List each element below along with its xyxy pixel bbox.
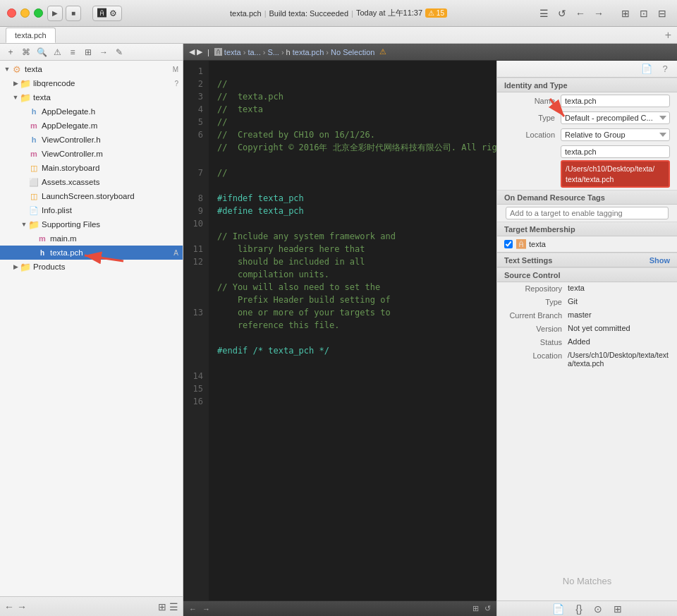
insp-file-btn[interactable]: 📄 (552, 603, 564, 615)
editor-grid-btn[interactable]: ⊞ (472, 604, 479, 613)
folder-icon: 📁 (20, 261, 31, 272)
breadcrumb-item-1[interactable]: ◀ (189, 47, 195, 56)
tabbar: texta.pch + (0, 27, 677, 44)
folder-icon: 📁 (20, 78, 31, 89)
breadcrumb-item-2[interactable]: ▶ (197, 47, 202, 56)
on-demand-tags[interactable] (506, 207, 669, 219)
location-select[interactable]: Relative to Group (561, 128, 670, 141)
source-control-section: Source Control Repository texta Type Git… (497, 267, 677, 369)
sidebar-search-btn[interactable]: 🔍 (35, 46, 48, 59)
sidebar-grid2-btn[interactable]: ⊞ (158, 601, 166, 612)
tree-item-libqrencode[interactable]: 📁 libqrencode ? (0, 76, 183, 90)
name-field[interactable] (561, 95, 670, 107)
sidebar-add-btn[interactable]: + (4, 46, 17, 59)
editor-nav3-btn[interactable]: ↺ (484, 604, 491, 613)
sidebar-filter-btn[interactable]: ⌘ (20, 46, 32, 59)
sidebar-nav-btn[interactable]: ≡ (66, 46, 79, 59)
tree-item-appdelegate-m[interactable]: m AppDelegate.m (0, 119, 183, 133)
fullscreen-button[interactable] (34, 8, 43, 18)
text-settings-title: Text Settings Show (497, 253, 677, 267)
minimize-button[interactable] (20, 8, 30, 18)
tree-item-info-plist[interactable]: 📄 Info.plist (0, 203, 183, 217)
sidebar-edit-btn[interactable]: ✎ (113, 46, 126, 59)
sc-branch-row: Current Branch master (497, 309, 677, 322)
name-label: Name (504, 97, 561, 105)
nav-arrow2-btn[interactable]: → (591, 6, 606, 21)
editor-nav-btn[interactable]: ← (189, 605, 197, 613)
source-control-title: Source Control (497, 267, 677, 282)
tree-item-viewcontroller-h[interactable]: h ViewController.h (0, 133, 183, 147)
layout-btn1[interactable]: ⊞ (618, 6, 633, 21)
sidebar-grid-btn[interactable]: ⊞ (82, 46, 94, 59)
titlebar: 🅰 ⚙ texta.pch | Build texta: Succeeded |… (0, 0, 677, 27)
sidebar-fwd-btn[interactable]: → (17, 601, 27, 612)
breadcrumb-filename[interactable]: texta.pch (293, 48, 324, 56)
sc-version-label: Version (504, 324, 568, 333)
tree-arrow (3, 65, 11, 73)
breadcrumb-no-selection[interactable]: No Selection (331, 48, 374, 56)
sc-branch-value: master (568, 310, 670, 319)
tree-item-texta-pch[interactable]: h texta.pch A (0, 246, 183, 260)
tree-label: Supporting Files (42, 220, 100, 229)
sc-status-label: Status (504, 337, 568, 346)
insp-at-btn[interactable]: ⊙ (594, 603, 602, 615)
nav-fwd-btn[interactable]: ↺ (554, 6, 570, 21)
breadcrumb-ta[interactable]: ta... (248, 48, 260, 56)
close-button[interactable] (7, 8, 16, 18)
layout-btn3[interactable]: ⊟ (654, 6, 670, 21)
storyboard-icon: ◫ (28, 191, 39, 202)
tree-badge: M (173, 66, 183, 73)
run-button[interactable] (47, 6, 63, 21)
sidebar-toolbar: + ⌘ 🔍 ⚠ ≡ ⊞ → ✎ (0, 44, 183, 61)
tree-item-appdelegate-h[interactable]: h AppDelegate.h (0, 104, 183, 119)
plist-icon: 📄 (28, 205, 39, 216)
stop-button[interactable] (66, 6, 81, 21)
tree-item-main-storyboard[interactable]: ◫ Main.storyboard (0, 161, 183, 175)
insp-grid-btn[interactable]: ⊞ (614, 603, 622, 615)
layout-btn2[interactable]: ⊡ (636, 6, 652, 21)
tree-item-launchscreen[interactable]: ◫ LaunchScreen.storyboard (0, 189, 183, 203)
sidebar: + ⌘ 🔍 ⚠ ≡ ⊞ → ✎ ⚙ texta M 📁 libqrencode … (0, 44, 183, 616)
code-editor[interactable]: 1 2 3 4 5 6 7 8 9 10 11 12 (183, 61, 496, 600)
inspector-tab-quickhelp[interactable]: ? (657, 63, 673, 76)
scheme-selector[interactable]: 🅰 ⚙ (92, 6, 122, 21)
insp-bracket-btn[interactable]: {} (575, 603, 582, 615)
identity-type-section: Identity and Type Name Type Default - pr… (497, 78, 677, 252)
breadcrumb-s[interactable]: S... (267, 48, 279, 56)
tree-item-texta-group[interactable]: 📁 texta (0, 90, 183, 104)
inspector-tab-file[interactable]: 📄 (639, 63, 654, 76)
tree-item-assets[interactable]: ⬜ Assets.xcassets (0, 175, 183, 189)
code-content[interactable]: // // texta.pch // texta // // Created b… (209, 61, 496, 600)
sidebar-arrow-btn[interactable]: → (97, 46, 110, 59)
tree-label: Assets.xcassets (42, 178, 99, 186)
add-tab-button[interactable]: + (665, 30, 671, 41)
tree-label: AppDelegate.h (42, 107, 95, 116)
editor-area: 1 2 3 4 5 6 7 8 9 10 11 12 (183, 61, 496, 616)
sidebar-warn-btn[interactable]: ⚠ (51, 46, 63, 59)
editor-nav-btn2[interactable]: → (202, 605, 210, 613)
filename-field[interactable] (561, 145, 670, 158)
tree-item-supporting-files[interactable]: 📁 Supporting Files (0, 217, 183, 231)
nav-back-btn[interactable]: ☰ (536, 6, 551, 21)
tree-item-products[interactable]: 📁 Products (0, 260, 183, 274)
tree-label: Info.plist (42, 206, 72, 215)
tree-arrow (20, 220, 28, 229)
line-numbers: 1 2 3 4 5 6 7 8 9 10 11 12 (183, 61, 209, 600)
toolbar-right: ☰ ↺ ← → ⊞ ⊡ ⊟ (536, 6, 670, 21)
tab-texta-pch[interactable]: texta.pch (6, 28, 56, 43)
type-select[interactable]: Default - precompiled C... (561, 111, 670, 124)
nav-arrow-btn[interactable]: ← (573, 6, 588, 21)
tree-item-viewcontroller-m[interactable]: m ViewController.m (0, 147, 183, 161)
tree-label: main.m (50, 234, 77, 243)
sidebar-back-btn[interactable]: ← (4, 601, 14, 612)
tree-item-main-m[interactable]: m main.m (0, 231, 183, 246)
target-checkbox[interactable] (504, 240, 513, 248)
sidebar-list-btn[interactable]: ☰ (169, 601, 178, 612)
folder-icon: 📁 (28, 219, 39, 230)
breadcrumb-texta[interactable]: texta (224, 48, 241, 56)
storyboard-icon: ◫ (28, 162, 39, 174)
tree-item-texta-root[interactable]: ⚙ texta M (0, 62, 183, 76)
show-link[interactable]: Show (649, 256, 670, 265)
window-title: texta.pch | Build texta: Succeeded | Tod… (230, 8, 447, 18)
tree-label: libqrencode (33, 79, 75, 87)
